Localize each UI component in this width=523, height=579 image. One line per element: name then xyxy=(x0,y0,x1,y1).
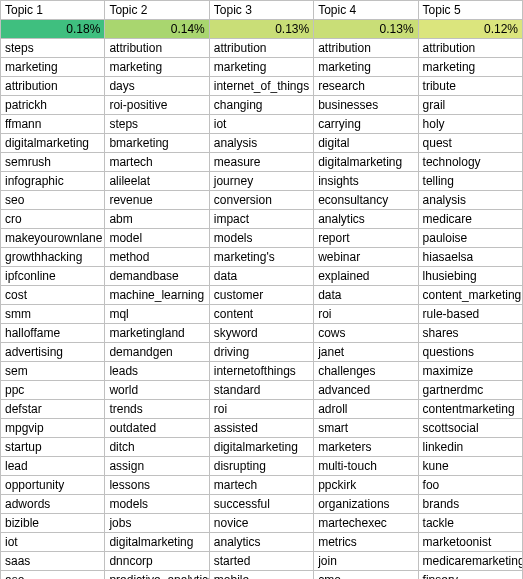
table-cell: attribution xyxy=(209,39,313,58)
table-row: defstartrendsroiadrollcontentmarketing xyxy=(1,400,523,419)
table-cell: mpgvip xyxy=(1,419,105,438)
table-cell: ppckirk xyxy=(314,476,418,495)
table-row: ipfconlinedemandbasedataexplainedlhusieb… xyxy=(1,267,523,286)
table-cell: data xyxy=(209,267,313,286)
table-cell: adwords xyxy=(1,495,105,514)
table-row: makeyourownlanemodelmodelsreportpauloise xyxy=(1,229,523,248)
table-row: seorevenueconversioneconsultancyanalysis xyxy=(1,191,523,210)
table-cell: foo xyxy=(418,476,522,495)
table-cell: startup xyxy=(1,438,105,457)
table-cell: metrics xyxy=(314,533,418,552)
table-cell: alileelat xyxy=(105,172,209,191)
table-cell: lessons xyxy=(105,476,209,495)
table-cell: scottsocial xyxy=(418,419,522,438)
table-cell: ppc xyxy=(1,381,105,400)
table-cell: linkedin xyxy=(418,438,522,457)
table-cell: days xyxy=(105,77,209,96)
table-cell: webinar xyxy=(314,248,418,267)
table-cell: internetofthings xyxy=(209,362,313,381)
table-row: mpgvipoutdatedassistedsmartscottsocial xyxy=(1,419,523,438)
table-cell: marketoonist xyxy=(418,533,522,552)
table-row: infographicalileelatjourneyinsightstelli… xyxy=(1,172,523,191)
table-cell: predictive_analytics xyxy=(105,571,209,580)
table-cell: advertising xyxy=(1,343,105,362)
table-row: croabmimpactanalyticsmedicare xyxy=(1,210,523,229)
table-row: growthhackingmethodmarketing'swebinarhia… xyxy=(1,248,523,267)
col-header-5: Topic 5 xyxy=(418,1,522,20)
table-cell: seo xyxy=(1,191,105,210)
table-row: digitalmarketingbmarketinganalysisdigita… xyxy=(1,134,523,153)
table-cell: shares xyxy=(418,324,522,343)
table-cell: brands xyxy=(418,495,522,514)
topic-table: Topic 1 Topic 2 Topic 3 Topic 4 Topic 5 … xyxy=(0,0,523,579)
table-cell: cmo xyxy=(314,571,418,580)
table-cell: janet xyxy=(314,343,418,362)
table-cell: maximize xyxy=(418,362,522,381)
table-cell: martech xyxy=(105,153,209,172)
table-cell: marketing xyxy=(1,58,105,77)
table-cell: iot xyxy=(1,533,105,552)
table-cell: report xyxy=(314,229,418,248)
table-cell: machine_learning xyxy=(105,286,209,305)
table-cell: leads xyxy=(105,362,209,381)
table-cell: halloffame xyxy=(1,324,105,343)
table-row: advertisingdemandgendrivingjanetquestion… xyxy=(1,343,523,362)
percent-cell: 0.13% xyxy=(314,20,418,39)
table-cell: iot xyxy=(209,115,313,134)
table-row: attributiondaysinternet_of_thingsresearc… xyxy=(1,77,523,96)
table-cell: demandgen xyxy=(105,343,209,362)
table-cell: dnncorp xyxy=(105,552,209,571)
table-cell: smart xyxy=(314,419,418,438)
table-cell: started xyxy=(209,552,313,571)
table-cell: roi xyxy=(314,305,418,324)
table-cell: steps xyxy=(105,115,209,134)
table-row: leadassigndisruptingmulti-touchkune xyxy=(1,457,523,476)
table-cell: telling xyxy=(418,172,522,191)
table-cell: changing xyxy=(209,96,313,115)
table-cell: attribution xyxy=(418,39,522,58)
table-cell: holy xyxy=(418,115,522,134)
table-cell: insights xyxy=(314,172,418,191)
table-cell: questions xyxy=(418,343,522,362)
table-cell: medicaremarketing xyxy=(418,552,522,571)
table-row: smmmqlcontentroirule-based xyxy=(1,305,523,324)
table-cell: disrupting xyxy=(209,457,313,476)
table-cell: skyword xyxy=(209,324,313,343)
table-cell: technology xyxy=(418,153,522,172)
table-cell: explained xyxy=(314,267,418,286)
table-cell: ditch xyxy=(105,438,209,457)
table-row: adwordsmodelssuccessfulorganizationsbran… xyxy=(1,495,523,514)
table-cell: jobs xyxy=(105,514,209,533)
table-cell: businesses xyxy=(314,96,418,115)
table-cell: content_marketing xyxy=(418,286,522,305)
table-cell: digitalmarketing xyxy=(1,134,105,153)
table-cell: attribution xyxy=(105,39,209,58)
table-cell: mql xyxy=(105,305,209,324)
table-cell: roi-positive xyxy=(105,96,209,115)
table-cell: abm xyxy=(105,210,209,229)
table-cell: mobile xyxy=(209,571,313,580)
table-cell: roi xyxy=(209,400,313,419)
table-cell: lead xyxy=(1,457,105,476)
table-cell: ipfconline xyxy=(1,267,105,286)
table-cell: econsultancy xyxy=(314,191,418,210)
table-cell: steps xyxy=(1,39,105,58)
table-cell: saas xyxy=(1,552,105,571)
percent-cell: 0.13% xyxy=(209,20,313,39)
table-cell: marketing xyxy=(209,58,313,77)
table-cell: advanced xyxy=(314,381,418,400)
table-row: ffmannstepsiotcarryingholy xyxy=(1,115,523,134)
table-cell: gartnerdmc xyxy=(418,381,522,400)
table-cell: makeyourownlane xyxy=(1,229,105,248)
table-cell: digital xyxy=(314,134,418,153)
table-cell: semrush xyxy=(1,153,105,172)
table-cell: marketing xyxy=(105,58,209,77)
table-cell: measure xyxy=(209,153,313,172)
table-cell: quest xyxy=(418,134,522,153)
percent-cell: 0.14% xyxy=(105,20,209,39)
table-cell: marketing xyxy=(418,58,522,77)
col-header-1: Topic 1 xyxy=(1,1,105,20)
table-cell: analysis xyxy=(418,191,522,210)
table-cell: successful xyxy=(209,495,313,514)
table-cell: driving xyxy=(209,343,313,362)
